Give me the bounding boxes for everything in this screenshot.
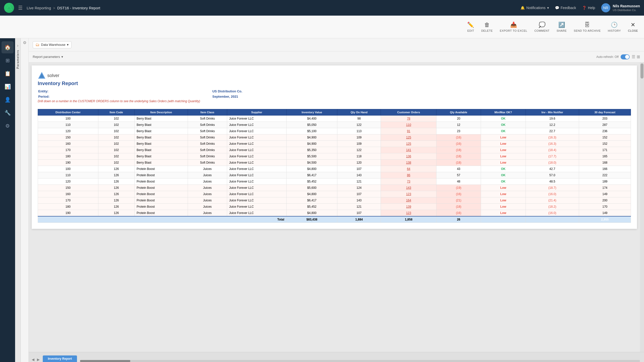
cell-code: 102 bbox=[98, 122, 134, 128]
cell-code: 126 bbox=[98, 197, 134, 204]
cell-minmax: Low bbox=[481, 191, 526, 197]
cell-forecast: 149 bbox=[579, 191, 631, 197]
filter-icon[interactable]: ⚙ bbox=[23, 40, 26, 45]
tab-inventory-report[interactable]: Inventory Report bbox=[43, 355, 77, 362]
cell-qty-hand: 143 bbox=[337, 197, 381, 204]
cell-class: Juices bbox=[188, 166, 227, 172]
col-header-qtyhand: Qty On Hand bbox=[337, 109, 381, 116]
sidebar-item-users[interactable]: 👤 bbox=[2, 94, 14, 106]
main-content: 🗂 Data Warehouse ▾ Report parameters ▾ A… bbox=[29, 38, 644, 362]
delete-button[interactable]: 🗑 DELETE bbox=[481, 22, 493, 32]
user-name: Nils Rasmussen bbox=[613, 4, 640, 8]
cell-cust-orders[interactable]: 125 bbox=[381, 134, 436, 141]
cell-inv-min: 57.0 bbox=[526, 172, 579, 178]
cell-desc: Berry Blast bbox=[134, 134, 188, 141]
entity-value: US Distribution Co. bbox=[212, 89, 630, 94]
table-row: 170126Protein BoostJuicesJuice Forever L… bbox=[38, 197, 631, 204]
cell-inv-val: $4,500 bbox=[287, 160, 337, 166]
cell-dc: 100 bbox=[38, 166, 98, 172]
cell-code: 102 bbox=[98, 141, 134, 147]
history-button[interactable]: 🕒 HISTORY bbox=[608, 22, 621, 32]
sidebar-item-dashboard[interactable]: ⊞ bbox=[2, 54, 14, 66]
report-meta: Entity: US Distribution Co. Period: Sept… bbox=[38, 88, 631, 99]
cell-qty-avail: (21) bbox=[436, 197, 481, 204]
cell-cust-orders[interactable]: 64 bbox=[381, 166, 436, 172]
cell-inv-val: $4,400 bbox=[287, 116, 337, 122]
cell-cust-orders[interactable]: 123 bbox=[381, 210, 436, 216]
sidebar-item-reports[interactable]: 📋 bbox=[2, 67, 14, 80]
report-title: Inventory Report bbox=[38, 81, 631, 86]
cell-cust-orders[interactable]: 86 bbox=[381, 172, 436, 178]
cell-qty-hand: 109 bbox=[337, 141, 381, 147]
cell-dc: 190 bbox=[38, 210, 98, 216]
sidebar-item-tools[interactable]: 🔧 bbox=[2, 107, 14, 119]
toolbar-row: ✏️ EDIT 🗑 DELETE 📥 EXPORT TO EXCEL 💭 COM… bbox=[0, 16, 644, 38]
report-params-button[interactable]: Report parameters ▾ bbox=[33, 55, 63, 59]
cell-minmax: Low bbox=[481, 204, 526, 210]
cell-class: Soft Drinks bbox=[188, 128, 227, 134]
cell-cust-orders[interactable]: 78 bbox=[381, 116, 436, 122]
grid-view-icon[interactable]: ⊞ bbox=[637, 54, 640, 59]
cell-minmax: Low bbox=[481, 160, 526, 166]
cell-class: Juices bbox=[188, 210, 227, 216]
cell-cust-orders[interactable]: 123 bbox=[381, 191, 436, 197]
avatar: NR bbox=[601, 3, 610, 12]
cell-cust-orders[interactable]: 164 bbox=[381, 197, 436, 204]
sidebar-item-settings[interactable]: ⚙ bbox=[2, 120, 14, 132]
cell-code: 126 bbox=[98, 204, 134, 210]
cell-code: 126 bbox=[98, 178, 134, 185]
params-expand-icon[interactable]: › bbox=[17, 43, 18, 48]
cell-cust-orders[interactable]: 73 bbox=[381, 178, 436, 185]
cell-dc: 190 bbox=[38, 160, 98, 166]
sidebar-item-home[interactable]: 🏠 bbox=[2, 41, 14, 53]
cell-cust-orders[interactable]: 125 bbox=[381, 141, 436, 147]
cell-qty-hand: 107 bbox=[337, 166, 381, 172]
user-role: US Distribution Co. bbox=[613, 8, 640, 12]
cell-cust-orders[interactable]: 110 bbox=[381, 122, 436, 128]
col-header-class: Item Class bbox=[188, 109, 227, 116]
sidebar-item-charts[interactable]: 📊 bbox=[2, 81, 14, 93]
tab-prev-arrow[interactable]: ◀ bbox=[31, 357, 35, 362]
tab-next-arrow[interactable]: ▶ bbox=[36, 357, 41, 362]
comment-button[interactable]: 💭 COMMENT bbox=[534, 22, 549, 32]
cell-forecast: 149 bbox=[579, 210, 631, 216]
cell-qty-avail: (18) bbox=[436, 204, 481, 210]
cell-qty-avail: (16) bbox=[436, 141, 481, 147]
cell-minmax: OK bbox=[481, 178, 526, 185]
horizontal-scroll-area[interactable] bbox=[78, 360, 642, 362]
export-excel-button[interactable]: 📥 EXPORT TO EXCEL bbox=[500, 22, 527, 32]
cell-desc: Berry Blast bbox=[134, 160, 188, 166]
cell-cust-orders[interactable]: 136 bbox=[381, 153, 436, 160]
report-params-chevron: ▾ bbox=[61, 55, 63, 59]
top-bar-right: 🔔 Notifications ▾ 💬 Feedback ❓ Help NR N… bbox=[520, 3, 640, 12]
table-row: 100126Protein BoostJuicesJuice Forever L… bbox=[38, 166, 631, 172]
col-header-code: Item Code bbox=[98, 109, 134, 116]
list-view-icon[interactable]: ☰ bbox=[632, 54, 635, 59]
cell-forecast: 171 bbox=[579, 147, 631, 153]
right-scrollbar[interactable] bbox=[640, 62, 644, 352]
archive-button[interactable]: 🗄 SEND TO ARCHIVE bbox=[574, 22, 601, 32]
cell-cust-orders[interactable]: 139 bbox=[381, 204, 436, 210]
cell-cust-orders[interactable]: 141 bbox=[381, 147, 436, 153]
edit-icon: ✏️ bbox=[467, 22, 474, 28]
notifications-button[interactable]: 🔔 Notifications ▾ bbox=[520, 6, 549, 10]
cell-cust-orders[interactable]: 91 bbox=[381, 128, 436, 134]
auto-refresh-toggle[interactable] bbox=[621, 54, 630, 59]
cell-inv-val: $5,500 bbox=[287, 153, 337, 160]
share-button[interactable]: ↗️ SHARE bbox=[556, 22, 567, 32]
cell-inv-val: $5,350 bbox=[287, 147, 337, 153]
edit-button[interactable]: ✏️ EDIT bbox=[467, 22, 474, 32]
breadcrumb-parent[interactable]: Live Reporting bbox=[27, 6, 51, 10]
close-button[interactable]: ✕ CLOSE bbox=[628, 22, 638, 32]
menu-icon[interactable]: ☰ bbox=[18, 5, 23, 11]
cell-minmax: OK bbox=[481, 172, 526, 178]
cell-cust-orders[interactable]: 143 bbox=[381, 185, 436, 191]
cell-desc: Berry Blast bbox=[134, 147, 188, 153]
warehouse-selector[interactable]: 🗂 Data Warehouse ▾ bbox=[33, 41, 71, 48]
cell-dc: 150 bbox=[38, 185, 98, 191]
help-button[interactable]: ❓ Help bbox=[582, 6, 595, 10]
cell-cust-orders[interactable]: 138 bbox=[381, 160, 436, 166]
feedback-button[interactable]: 💬 Feedback bbox=[555, 6, 576, 10]
cell-qty-avail: 48 bbox=[436, 178, 481, 185]
cell-qty-hand: 113 bbox=[337, 128, 381, 134]
